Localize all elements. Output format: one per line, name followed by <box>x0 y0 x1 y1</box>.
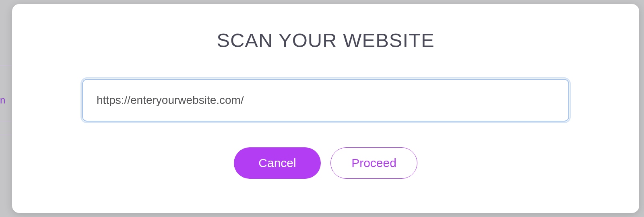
background-decoration: n <box>0 0 12 217</box>
website-url-input[interactable] <box>82 79 569 122</box>
proceed-button[interactable]: Proceed <box>330 147 417 179</box>
button-row: Cancel Proceed <box>234 147 417 179</box>
modal-title: SCAN YOUR WEBSITE <box>217 29 435 52</box>
cancel-button[interactable]: Cancel <box>234 147 321 179</box>
scan-website-modal: SCAN YOUR WEBSITE Cancel Proceed <box>12 4 639 213</box>
